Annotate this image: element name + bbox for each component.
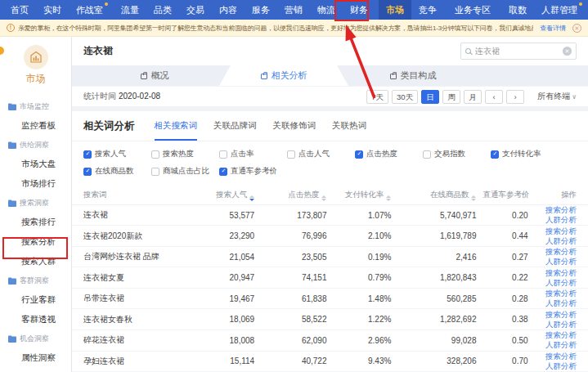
view-details-link[interactable]: 查看详情 bbox=[540, 24, 566, 33]
table-row[interactable]: 连衣裙女春秋 18,069 58,522 1.22% 1,282,692 0.3… bbox=[72, 309, 588, 330]
table-row[interactable]: 孕妇连衣裙 15,114 40,722 9.43% 328,206 0.70 搜… bbox=[72, 352, 588, 372]
nav-item-realtime[interactable]: 实时 bbox=[36, 0, 69, 20]
range-30d-button[interactable]: 30天 bbox=[392, 90, 418, 104]
sidebar-group-crowd-insight[interactable]: 客群洞察 bbox=[0, 271, 71, 290]
nav-item-warroom[interactable]: 作战室 bbox=[69, 0, 110, 20]
table-row[interactable]: 连衣裙女夏 20,947 74,151 0.79% 1,820,843 0.22… bbox=[72, 267, 588, 289]
col-search-popularity[interactable]: 搜索人气 bbox=[186, 190, 258, 201]
subtab-related-search-words[interactable]: 相关搜索词 bbox=[155, 120, 198, 141]
tab-category-composition[interactable]: 类目构成 bbox=[348, 65, 478, 86]
sidebar-item-crowd-perspective[interactable]: 客群透视 bbox=[0, 310, 71, 329]
table-row[interactable]: 连衣裙 53,577 173,807 1.07% 5,740,971 0.20 … bbox=[72, 205, 588, 226]
sort-icon[interactable] bbox=[321, 195, 326, 201]
sidebar-item-search-ranking[interactable]: 搜索排行 bbox=[0, 213, 71, 232]
folder-icon bbox=[8, 277, 16, 285]
filter-mall-click-share[interactable]: 商城点击占比 bbox=[151, 166, 219, 177]
sort-icon-active[interactable] bbox=[249, 195, 254, 201]
sidebar-item-monitor-board[interactable]: 监控看板 bbox=[0, 116, 71, 136]
col-pay-conversion[interactable]: 支付转化率 bbox=[330, 190, 394, 201]
crowd-analysis-link[interactable]: 人群分析 bbox=[535, 236, 577, 246]
nav-item-service[interactable]: 服务 bbox=[245, 0, 277, 20]
table-header: 搜索词 搜索人气 点击热度 支付转化率 在线商品数 直通车参考价 操作 bbox=[72, 186, 588, 205]
nav-item-data-fetch[interactable]: 取数 bbox=[501, 0, 534, 20]
col-ppc-reference[interactable]: 直通车参考价 bbox=[479, 190, 531, 201]
sidebar-item-product-insight[interactable]: 产品洞察 bbox=[0, 368, 71, 372]
range-month-button[interactable]: 月 bbox=[464, 90, 482, 104]
nav-item-business-zone[interactable]: 业务专区 bbox=[447, 0, 498, 20]
crowd-analysis-link[interactable]: 人群分析 bbox=[535, 215, 577, 225]
nav-item-market[interactable]: 市场 bbox=[379, 0, 411, 20]
range-7d-button[interactable]: 7天 bbox=[366, 90, 388, 104]
folder-icon bbox=[8, 335, 16, 343]
filter-trade-index[interactable]: 交易指数 bbox=[423, 149, 491, 159]
crowd-analysis-link[interactable]: 人群分析 bbox=[535, 361, 577, 371]
filter-click-heat[interactable]: 点击热度 bbox=[355, 149, 423, 159]
col-online-items[interactable]: 在线商品数 bbox=[394, 190, 479, 201]
sidebar-item-search-crowd[interactable]: 搜索人群 bbox=[0, 252, 71, 271]
range-week-button[interactable]: 周 bbox=[442, 90, 460, 104]
filter-online-items[interactable]: 在线商品数 bbox=[83, 166, 151, 177]
nav-item-trade[interactable]: 交易 bbox=[179, 0, 212, 20]
search-popularity-cell: 20,947 bbox=[186, 273, 258, 282]
nav-item-traffic[interactable]: 流量 bbox=[114, 0, 146, 20]
sidebar-group-search-insight[interactable]: 搜索洞察 bbox=[0, 194, 71, 213]
clear-icon[interactable]: ✕ bbox=[563, 47, 572, 56]
col-keyword: 搜索词 bbox=[72, 190, 186, 200]
sidebar-item-market-ranking[interactable]: 市场排行 bbox=[0, 174, 71, 194]
crowd-analysis-link[interactable]: 人群分析 bbox=[535, 278, 577, 288]
nav-item-content[interactable]: 内容 bbox=[212, 0, 245, 20]
search-analysis-link[interactable]: 搜索分析 bbox=[535, 289, 577, 298]
sidebar-item-attribute-insight[interactable]: 属性洞察 bbox=[0, 348, 71, 368]
subtab-brand-words[interactable]: 关联品牌词 bbox=[213, 120, 257, 141]
crowd-analysis-link[interactable]: 人群分析 bbox=[535, 340, 577, 350]
sort-icon[interactable] bbox=[471, 195, 476, 201]
crowd-analysis-link[interactable]: 人群分析 bbox=[535, 298, 577, 308]
sidebar-group-supply-insight[interactable]: 供给洞察 bbox=[0, 136, 71, 155]
close-icon[interactable]: ✕ bbox=[572, 24, 581, 33]
col-click-heat[interactable]: 点击热度 bbox=[258, 190, 330, 201]
filter-search-heat[interactable]: 搜索热度 bbox=[151, 149, 219, 159]
crowd-analysis-link[interactable]: 人群分析 bbox=[535, 320, 577, 329]
filter-click-rate[interactable]: 点击率 bbox=[219, 149, 287, 159]
nav-item-competition[interactable]: 竞争 bbox=[411, 0, 444, 20]
search-analysis-link[interactable]: 搜索分析 bbox=[535, 205, 577, 215]
search-analysis-link[interactable]: 搜索分析 bbox=[535, 247, 577, 257]
search-analysis-link[interactable]: 搜索分析 bbox=[535, 268, 577, 278]
crowd-analysis-link[interactable]: 人群分析 bbox=[535, 257, 577, 267]
filter-pay-conversion[interactable]: 支付转化率 bbox=[491, 149, 559, 159]
subtab-modifier-words[interactable]: 关联修饰词 bbox=[273, 120, 316, 141]
nav-item-category[interactable]: 品类 bbox=[146, 0, 179, 20]
filter-click-popularity[interactable]: 点击人气 bbox=[287, 149, 355, 159]
nav-item-academy[interactable]: 学院 bbox=[585, 0, 588, 20]
nav-item-logistics[interactable]: 物流 bbox=[310, 0, 343, 20]
nav-item-crowd-management[interactable]: 人群管理 bbox=[534, 0, 585, 20]
table-row[interactable]: 台湾网纱连衣裙 品牌 21,054 23,505 0.19% 2,416 0.2… bbox=[72, 247, 588, 268]
search-analysis-link[interactable]: 搜索分析 bbox=[535, 330, 577, 340]
subtab-hot-words[interactable]: 关联热词 bbox=[332, 120, 366, 141]
sidebar-item-market-overview[interactable]: 市场大盘 bbox=[0, 155, 71, 174]
sidebar-item-search-analysis[interactable]: 搜索分析 bbox=[0, 232, 71, 252]
tab-related-analysis[interactable]: 相关分析 bbox=[219, 65, 348, 86]
sidebar-group-market-monitor[interactable]: 市场监控 bbox=[0, 97, 71, 116]
sort-icon[interactable] bbox=[386, 195, 391, 201]
nav-item-home[interactable]: 首页 bbox=[3, 0, 36, 20]
tab-overview[interactable]: 概况 bbox=[90, 65, 219, 86]
nav-item-finance[interactable]: 财务 bbox=[343, 0, 375, 20]
sidebar-item-industry-crowd[interactable]: 行业客群 bbox=[0, 290, 71, 310]
filter-search-popularity[interactable]: 搜索人气 bbox=[83, 149, 151, 159]
prev-date-button[interactable]: ‹ bbox=[485, 90, 503, 104]
sidebar-group-opportunity-insight[interactable]: 机会洞察 bbox=[0, 329, 71, 348]
range-day-button[interactable]: 日 bbox=[421, 90, 439, 104]
search-analysis-link[interactable]: 搜索分析 bbox=[535, 310, 577, 320]
search-analysis-link[interactable]: 搜索分析 bbox=[535, 226, 577, 236]
keyword-search-box[interactable]: ✕ bbox=[460, 43, 577, 60]
search-analysis-link[interactable]: 搜索分析 bbox=[535, 352, 577, 361]
terminal-dropdown[interactable]: 所有终端∨ bbox=[537, 91, 577, 102]
table-row[interactable]: 碎花连衣裙 18,008 62,090 2.96% 99,028 0.50 搜索… bbox=[72, 330, 588, 352]
next-date-button[interactable]: › bbox=[506, 90, 524, 104]
search-input[interactable] bbox=[475, 47, 563, 56]
table-row[interactable]: 吊带连衣裙 19,467 61,838 1.48% 560,285 0.28 搜… bbox=[72, 289, 588, 310]
nav-item-marketing[interactable]: 营销 bbox=[277, 0, 310, 20]
filter-ppc-reference[interactable]: 直通车参考价 bbox=[219, 166, 287, 177]
table-row[interactable]: 连衣裙2020新款 23,290 76,996 2.10% 1,619,789 … bbox=[72, 226, 588, 247]
